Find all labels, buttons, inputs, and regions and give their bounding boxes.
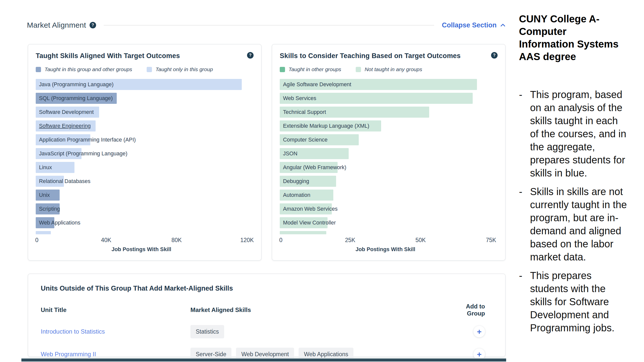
bullet-line: Skills in skills are not — [530, 185, 643, 198]
bullet-line: This prepares — [530, 269, 643, 282]
chart-legend: Taught in this group and other groups Ta… — [36, 66, 254, 72]
bar-row: Computer Science — [280, 134, 491, 145]
plus-icon: + — [477, 328, 482, 336]
bar-row: Unix — [36, 190, 247, 201]
bar-row: JavaScript (Programming Language) — [36, 148, 247, 159]
bullet-line: students with the — [530, 282, 643, 295]
section-divider — [104, 25, 434, 26]
bar-row: Extensible Markup Language (XML) — [280, 120, 491, 131]
bar-label: Software Development — [39, 109, 94, 115]
units-table-header: Unit Title Market Aligned Skills Add to … — [41, 303, 493, 317]
bar-row: Scripting — [36, 203, 247, 214]
axis-tick: 120K — [240, 237, 254, 244]
bar-row: Software Engineering — [36, 120, 247, 131]
taught-skills-chart-card: Taught Skills Aligned With Target Outcom… — [28, 44, 262, 261]
bullet-line: Development and — [530, 308, 643, 321]
bar-chart-plot: Java (Programming Language)SQL (Programm… — [36, 79, 247, 234]
bar-row: Technical Support — [280, 107, 491, 118]
bullet-line: based on the labor — [530, 237, 643, 250]
axis-tick: 75K — [486, 237, 496, 244]
chart-legend: Taught in other groups Not taught in any… — [280, 66, 498, 72]
bar-row — [280, 231, 491, 234]
axis-tick: 50K — [416, 237, 426, 244]
bar-label: Computer Science — [283, 137, 328, 143]
bullet-line: market data. — [530, 250, 643, 263]
skill-chip: Statistics — [190, 325, 224, 338]
bar-row: Web Applications — [36, 217, 247, 228]
units-card-title: Units Outside of This Group That Add Mar… — [41, 285, 493, 292]
unit-row: Introduction to StatisticsStatistics+ — [41, 324, 493, 340]
bar-label: Relational Databases — [39, 178, 90, 185]
bar-label: Automation — [283, 192, 310, 198]
chart-help-icon[interactable]: ? — [491, 52, 498, 59]
bar-label: Web Services — [283, 95, 316, 102]
section-header: Market Alignment ? Collapse Section — [27, 20, 506, 31]
bullet-text: This preparesstudents with theskills for… — [530, 269, 643, 334]
axis-tick: 0 — [279, 237, 283, 244]
bar-label: Model View Controller — [283, 220, 336, 226]
bar-row: Relational Databases — [36, 176, 247, 187]
bar-row: Agile Software Development — [280, 79, 491, 90]
section-help-icon[interactable]: ? — [90, 22, 96, 28]
legend-label: Taught in other groups — [289, 66, 341, 72]
bullet-line: demand and aligned — [530, 224, 643, 237]
legend-swatch-dark-blue — [36, 67, 41, 72]
bar-label: Java (Programming Language) — [39, 81, 113, 88]
bar-label: JavaScript (Programming Language) — [39, 151, 127, 157]
bullet-line: the aggregate, — [530, 140, 643, 153]
bar-label: Angular (Web Framework) — [283, 164, 346, 171]
bar-row: Linux — [36, 162, 247, 173]
bar-label: Unix — [39, 192, 50, 198]
bullet-line: on an analysis of the — [530, 101, 643, 114]
bar-row: Model View Controller — [280, 217, 491, 228]
skill-bar[interactable] — [280, 231, 326, 234]
add-to-group-button[interactable]: + — [473, 326, 485, 337]
bullet-dash: - — [519, 269, 530, 334]
bullet-line: Programming jobs. — [530, 321, 643, 334]
add-cell: + — [447, 326, 493, 337]
bullet-dash: - — [519, 185, 530, 263]
bar-label: Scripting — [39, 206, 60, 212]
axis-tick: 0 — [35, 237, 38, 244]
x-axis: 040K80K120K — [36, 237, 247, 244]
bar-row: Angular (Web Framework) — [280, 162, 491, 173]
bar-chart-plot: Agile Software DevelopmentWeb ServicesTe… — [280, 79, 491, 234]
bar-label: Extensible Markup Language (XML) — [283, 123, 369, 129]
skills-cell: Statistics — [190, 325, 447, 338]
legend-swatch-light-green — [356, 67, 361, 72]
chevron-up-icon — [500, 22, 506, 28]
bar-row: Amazon Web Services — [280, 203, 491, 214]
bar-label: Software Engineering — [39, 123, 91, 129]
x-axis: 025K50K75K — [280, 237, 491, 244]
bottom-bar — [21, 358, 506, 361]
bullet-line: This program, based — [530, 88, 643, 101]
column-header-market-aligned-skills: Market Aligned Skills — [190, 306, 447, 313]
bullet-line: currently taught in the — [530, 198, 643, 211]
bar-label: Amazon Web Services — [283, 206, 338, 212]
legend-swatch-dark-green — [280, 67, 285, 72]
legend-label: Taught only in this group — [155, 66, 213, 72]
unit-title-link[interactable]: Introduction to Statistics — [41, 328, 105, 335]
annotation-title-line: Computer — [519, 25, 643, 38]
bar-row: Software Development — [36, 107, 247, 118]
annotation-bullet: -This preparesstudents with theskills fo… — [519, 269, 643, 334]
bar-label: Debugging — [283, 178, 309, 185]
column-header-add-to-group: Add to Group — [447, 303, 493, 317]
legend-swatch-light-blue — [147, 67, 152, 72]
axis-tick: 80K — [172, 237, 182, 244]
chart-title: Skills to Consider Teaching Based on Tar… — [280, 52, 461, 60]
chart-help-icon[interactable]: ? — [247, 52, 254, 59]
bullet-line: skills for Software — [530, 295, 643, 308]
bar-label: Application Programming Interface (API) — [39, 137, 136, 143]
bullet-line: skills taught in each — [530, 114, 643, 127]
collapse-section-label: Collapse Section — [442, 21, 497, 29]
collapse-section-button[interactable]: Collapse Section — [442, 21, 506, 29]
annotation-title-line: CUNY College A- — [519, 13, 643, 25]
unit-title-cell: Web Programming II — [41, 351, 190, 358]
skill-bar[interactable] — [36, 231, 51, 234]
units-outside-group-card: Units Outside of This Group That Add Mar… — [28, 274, 506, 357]
bullet-line: of the courses, and in — [530, 127, 643, 140]
unit-title-link[interactable]: Web Programming II — [41, 351, 96, 357]
bar-row: Application Programming Interface (API) — [36, 134, 247, 145]
legend-item: Taught in this group and other groups — [36, 66, 132, 72]
